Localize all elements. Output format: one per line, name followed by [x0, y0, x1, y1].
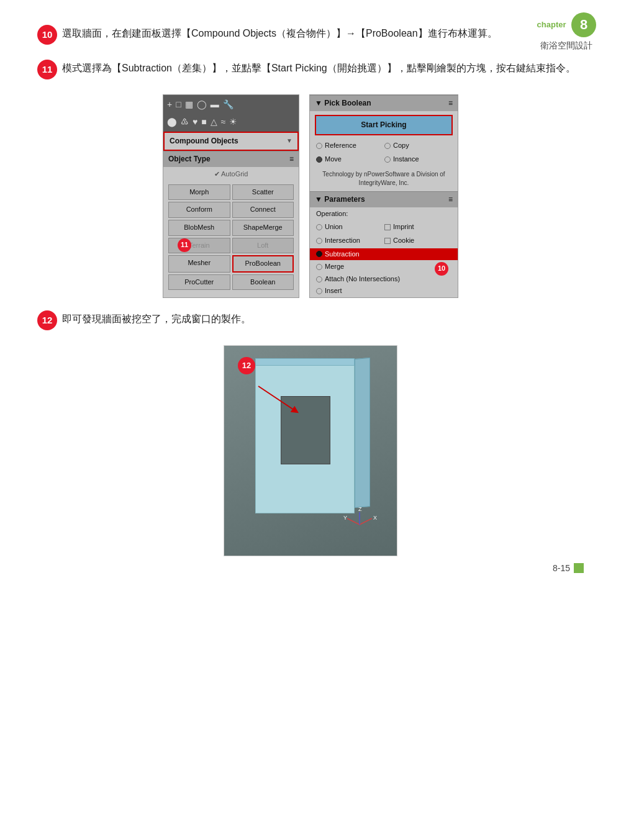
step-10-badge: 10	[37, 25, 57, 45]
intersection-cookie-row: Intersection Cookie	[310, 234, 458, 248]
reference-label: Reference	[325, 140, 356, 151]
chapter-subtitle: 衛浴空間設計	[537, 38, 596, 52]
render-viewport: 12	[224, 345, 397, 556]
triangle-icon: △	[211, 115, 217, 129]
subtraction-label: Subtraction	[325, 249, 360, 260]
wave-icon: ≈	[221, 115, 226, 129]
morph-button[interactable]: Morph	[168, 184, 230, 201]
pick-boolean-label: Pick Boolean	[324, 99, 371, 107]
copy-radio[interactable]	[384, 143, 391, 149]
union-label: Union	[325, 222, 343, 233]
left-panel: + □ ▦ ◯ ▬ 🔧 ⬤ ♳ ♥ ■ △ ≈ ☀ Compound Objec…	[163, 94, 299, 298]
intersection-option[interactable]: Intersection	[316, 235, 383, 246]
start-picking-button[interactable]: Start Picking	[315, 115, 453, 135]
scatter-button[interactable]: Scatter	[232, 184, 294, 201]
chapter-label: chapter	[537, 20, 566, 29]
badge-11-overlay: 11	[178, 238, 191, 252]
move-instance-row: Move Instance	[310, 153, 458, 166]
cookie-checkbox[interactable]	[384, 238, 391, 244]
instance-option[interactable]: Instance	[384, 154, 451, 165]
move-option[interactable]: Move	[316, 154, 383, 165]
object-type-menu-icon: ≡	[289, 153, 294, 165]
shapemerge-button[interactable]: ShapeMerge	[232, 220, 294, 236]
instance-radio[interactable]	[384, 156, 391, 163]
reference-copy-row: Reference Copy	[310, 139, 458, 153]
select-icon: ▦	[185, 97, 193, 111]
imprint-checkbox[interactable]	[384, 224, 391, 230]
copy-option[interactable]: Copy	[384, 140, 451, 151]
reference-radio[interactable]	[316, 143, 322, 149]
wall-side-face	[355, 358, 370, 508]
parameters-label: Parameters	[324, 195, 365, 204]
step-12-badge: 12	[37, 310, 57, 330]
connect-button[interactable]: Connect	[232, 202, 294, 218]
svg-line-3	[347, 518, 360, 525]
wrench-icon: 🔧	[223, 97, 233, 111]
step-10-text: 選取牆面，在創建面板選擇【Compound Objects（複合物件）】→【Pr…	[62, 25, 584, 42]
page-number-text: 8-15	[553, 561, 570, 575]
mesher-button[interactable]: Mesher	[168, 255, 230, 273]
toolbar-row2: ⬤ ♳ ♥ ■ △ ≈ ☀	[163, 114, 299, 131]
select-region-icon: □	[176, 97, 181, 111]
subtraction-radio[interactable]	[316, 251, 322, 257]
page-num-square-icon	[574, 563, 584, 573]
page: chapter 8 衛浴空間設計 10 選取牆面，在創建面板選擇【Compoun…	[0, 0, 621, 594]
square-icon: ■	[201, 115, 206, 129]
chapter-badge: chapter 8 衛浴空間設計	[537, 12, 596, 52]
union-radio[interactable]	[316, 224, 322, 230]
dropdown-arrow-icon: ▼	[286, 136, 292, 146]
page-number: 8-15	[553, 561, 584, 575]
intersection-label: Intersection	[325, 235, 360, 246]
compound-objects-bar[interactable]: Compound Objects ▼	[163, 132, 299, 151]
insert-option[interactable]: Insert	[310, 285, 458, 297]
boolean-button[interactable]: Boolean	[232, 274, 294, 291]
conform-button[interactable]: Conform	[168, 202, 230, 218]
badge-10-overlay: 10	[435, 262, 448, 276]
insert-label: Insert	[325, 286, 342, 297]
parameters-header: ▼ Parameters ≡	[310, 191, 458, 207]
step-11-text: 模式選擇為【Subtraction（差集）】，並點擊【Start Picking…	[62, 60, 584, 76]
step-12-block: 12 即可發現牆面被挖空了，完成窗口的製作。	[37, 310, 584, 330]
cookie-label: Cookie	[393, 235, 414, 246]
autogrid-row: ✔ AutoGrid	[163, 167, 299, 182]
insert-radio[interactable]	[316, 288, 322, 294]
union-option[interactable]: Union	[316, 222, 383, 233]
cookie-option[interactable]: Cookie	[384, 235, 451, 246]
attach-option[interactable]: Attach (No Intersections)	[310, 273, 458, 286]
badge-12-render: 12	[238, 357, 255, 374]
blobmesh-button[interactable]: BlobMesh	[168, 220, 230, 236]
gear-icon: ☀	[229, 115, 237, 129]
imprint-label: Imprint	[393, 222, 414, 233]
svg-line-1	[258, 386, 296, 411]
instance-label: Instance	[393, 154, 419, 165]
pick-boolean-menu-icon: ≡	[448, 97, 453, 109]
circle2-icon: ⬤	[167, 115, 177, 129]
merge-label: Merge	[325, 261, 344, 273]
layers-icon: ♳	[181, 115, 189, 129]
heart-icon: ♥	[193, 115, 197, 129]
subtraction-option[interactable]: Subtraction	[310, 248, 458, 261]
plus-icon: +	[167, 97, 172, 111]
proboolean-button[interactable]: ProBoolean	[232, 255, 294, 273]
step-12-text: 即可發現牆面被挖空了，完成窗口的製作。	[62, 310, 584, 327]
svg-line-2	[360, 518, 372, 525]
imprint-option[interactable]: Imprint	[384, 222, 451, 233]
circle-icon: ◯	[197, 97, 207, 111]
operation-label-row: Operation:	[310, 207, 458, 221]
step-11-block: 11 模式選擇為【Subtraction（差集）】，並點擊【Start Pick…	[37, 60, 584, 79]
loft-button: Loft	[232, 238, 294, 254]
pick-boolean-header: ▼ Pick Boolean ≡	[310, 95, 458, 111]
operation-label: Operation:	[316, 210, 348, 217]
object-type-label: Object Type	[168, 153, 211, 165]
intersection-radio[interactable]	[316, 238, 322, 244]
wall-top-face	[255, 358, 355, 366]
svg-text:X: X	[373, 515, 377, 521]
reference-option[interactable]: Reference	[316, 140, 383, 151]
procutter-button[interactable]: ProCutter	[168, 274, 230, 291]
merge-radio[interactable]	[316, 264, 322, 270]
union-imprint-row: Union Imprint	[310, 220, 458, 234]
attach-radio[interactable]	[316, 276, 322, 282]
button-grid: Morph Scatter Conform Connect BlobMesh S…	[163, 182, 299, 293]
move-radio[interactable]	[316, 156, 322, 163]
move-label: Move	[325, 154, 342, 165]
